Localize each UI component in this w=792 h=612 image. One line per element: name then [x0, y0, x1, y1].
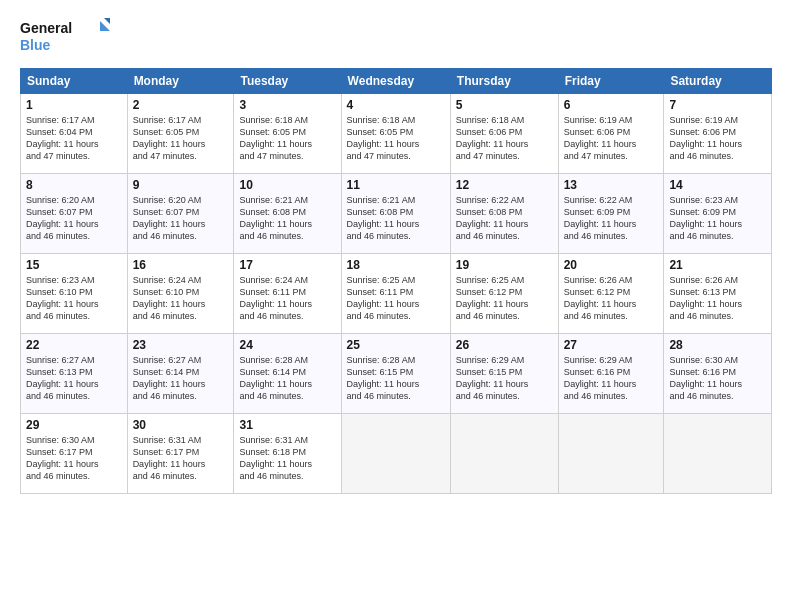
calendar-header-row: SundayMondayTuesdayWednesdayThursdayFrid… — [21, 69, 772, 94]
calendar-week-1: 1Sunrise: 6:17 AMSunset: 6:04 PMDaylight… — [21, 94, 772, 174]
day-number: 16 — [133, 258, 229, 272]
day-number: 28 — [669, 338, 766, 352]
calendar-header-thursday: Thursday — [450, 69, 558, 94]
calendar-header-monday: Monday — [127, 69, 234, 94]
cell-info: Sunrise: 6:20 AMSunset: 6:07 PMDaylight:… — [26, 195, 99, 241]
calendar-cell: 24Sunrise: 6:28 AMSunset: 6:14 PMDayligh… — [234, 334, 341, 414]
day-number: 1 — [26, 98, 122, 112]
day-number: 29 — [26, 418, 122, 432]
cell-info: Sunrise: 6:20 AMSunset: 6:07 PMDaylight:… — [133, 195, 206, 241]
day-number: 31 — [239, 418, 335, 432]
cell-info: Sunrise: 6:27 AMSunset: 6:14 PMDaylight:… — [133, 355, 206, 401]
calendar-cell: 1Sunrise: 6:17 AMSunset: 6:04 PMDaylight… — [21, 94, 128, 174]
page: General Blue SundayMondayTuesdayWednesda… — [0, 0, 792, 612]
cell-info: Sunrise: 6:21 AMSunset: 6:08 PMDaylight:… — [347, 195, 420, 241]
calendar-cell: 25Sunrise: 6:28 AMSunset: 6:15 PMDayligh… — [341, 334, 450, 414]
calendar-cell: 19Sunrise: 6:25 AMSunset: 6:12 PMDayligh… — [450, 254, 558, 334]
day-number: 8 — [26, 178, 122, 192]
day-number: 7 — [669, 98, 766, 112]
cell-info: Sunrise: 6:29 AMSunset: 6:15 PMDaylight:… — [456, 355, 529, 401]
day-number: 4 — [347, 98, 445, 112]
calendar-cell: 31Sunrise: 6:31 AMSunset: 6:18 PMDayligh… — [234, 414, 341, 494]
day-number: 10 — [239, 178, 335, 192]
calendar-cell: 12Sunrise: 6:22 AMSunset: 6:08 PMDayligh… — [450, 174, 558, 254]
day-number: 24 — [239, 338, 335, 352]
day-number: 15 — [26, 258, 122, 272]
cell-info: Sunrise: 6:25 AMSunset: 6:11 PMDaylight:… — [347, 275, 420, 321]
day-number: 19 — [456, 258, 553, 272]
cell-info: Sunrise: 6:30 AMSunset: 6:16 PMDaylight:… — [669, 355, 742, 401]
cell-info: Sunrise: 6:17 AMSunset: 6:04 PMDaylight:… — [26, 115, 99, 161]
calendar-cell — [450, 414, 558, 494]
calendar-cell — [341, 414, 450, 494]
cell-info: Sunrise: 6:28 AMSunset: 6:14 PMDaylight:… — [239, 355, 312, 401]
calendar-cell: 27Sunrise: 6:29 AMSunset: 6:16 PMDayligh… — [558, 334, 664, 414]
calendar-cell: 29Sunrise: 6:30 AMSunset: 6:17 PMDayligh… — [21, 414, 128, 494]
calendar-cell: 26Sunrise: 6:29 AMSunset: 6:15 PMDayligh… — [450, 334, 558, 414]
day-number: 11 — [347, 178, 445, 192]
day-number: 3 — [239, 98, 335, 112]
calendar-cell: 8Sunrise: 6:20 AMSunset: 6:07 PMDaylight… — [21, 174, 128, 254]
calendar-cell: 14Sunrise: 6:23 AMSunset: 6:09 PMDayligh… — [664, 174, 772, 254]
cell-info: Sunrise: 6:21 AMSunset: 6:08 PMDaylight:… — [239, 195, 312, 241]
calendar-cell: 9Sunrise: 6:20 AMSunset: 6:07 PMDaylight… — [127, 174, 234, 254]
cell-info: Sunrise: 6:19 AMSunset: 6:06 PMDaylight:… — [669, 115, 742, 161]
cell-info: Sunrise: 6:31 AMSunset: 6:18 PMDaylight:… — [239, 435, 312, 481]
calendar-cell: 20Sunrise: 6:26 AMSunset: 6:12 PMDayligh… — [558, 254, 664, 334]
cell-info: Sunrise: 6:27 AMSunset: 6:13 PMDaylight:… — [26, 355, 99, 401]
cell-info: Sunrise: 6:24 AMSunset: 6:10 PMDaylight:… — [133, 275, 206, 321]
day-number: 17 — [239, 258, 335, 272]
cell-info: Sunrise: 6:24 AMSunset: 6:11 PMDaylight:… — [239, 275, 312, 321]
day-number: 13 — [564, 178, 659, 192]
calendar-cell: 4Sunrise: 6:18 AMSunset: 6:05 PMDaylight… — [341, 94, 450, 174]
day-number: 14 — [669, 178, 766, 192]
calendar-cell: 16Sunrise: 6:24 AMSunset: 6:10 PMDayligh… — [127, 254, 234, 334]
day-number: 5 — [456, 98, 553, 112]
calendar-header-wednesday: Wednesday — [341, 69, 450, 94]
cell-info: Sunrise: 6:23 AMSunset: 6:09 PMDaylight:… — [669, 195, 742, 241]
day-number: 26 — [456, 338, 553, 352]
calendar-cell — [558, 414, 664, 494]
calendar-table: SundayMondayTuesdayWednesdayThursdayFrid… — [20, 68, 772, 494]
day-number: 9 — [133, 178, 229, 192]
cell-info: Sunrise: 6:17 AMSunset: 6:05 PMDaylight:… — [133, 115, 206, 161]
calendar-cell: 10Sunrise: 6:21 AMSunset: 6:08 PMDayligh… — [234, 174, 341, 254]
cell-info: Sunrise: 6:26 AMSunset: 6:12 PMDaylight:… — [564, 275, 637, 321]
cell-info: Sunrise: 6:23 AMSunset: 6:10 PMDaylight:… — [26, 275, 99, 321]
cell-info: Sunrise: 6:18 AMSunset: 6:05 PMDaylight:… — [239, 115, 312, 161]
day-number: 23 — [133, 338, 229, 352]
day-number: 30 — [133, 418, 229, 432]
day-number: 27 — [564, 338, 659, 352]
calendar-cell — [664, 414, 772, 494]
day-number: 18 — [347, 258, 445, 272]
cell-info: Sunrise: 6:30 AMSunset: 6:17 PMDaylight:… — [26, 435, 99, 481]
logo: General Blue — [20, 16, 110, 56]
svg-text:General: General — [20, 20, 72, 36]
calendar-cell: 18Sunrise: 6:25 AMSunset: 6:11 PMDayligh… — [341, 254, 450, 334]
calendar-week-2: 8Sunrise: 6:20 AMSunset: 6:07 PMDaylight… — [21, 174, 772, 254]
cell-info: Sunrise: 6:26 AMSunset: 6:13 PMDaylight:… — [669, 275, 742, 321]
cell-info: Sunrise: 6:31 AMSunset: 6:17 PMDaylight:… — [133, 435, 206, 481]
calendar-cell: 13Sunrise: 6:22 AMSunset: 6:09 PMDayligh… — [558, 174, 664, 254]
svg-text:Blue: Blue — [20, 37, 51, 53]
calendar-cell: 11Sunrise: 6:21 AMSunset: 6:08 PMDayligh… — [341, 174, 450, 254]
calendar-cell: 17Sunrise: 6:24 AMSunset: 6:11 PMDayligh… — [234, 254, 341, 334]
calendar-cell: 6Sunrise: 6:19 AMSunset: 6:06 PMDaylight… — [558, 94, 664, 174]
cell-info: Sunrise: 6:19 AMSunset: 6:06 PMDaylight:… — [564, 115, 637, 161]
day-number: 22 — [26, 338, 122, 352]
cell-info: Sunrise: 6:18 AMSunset: 6:06 PMDaylight:… — [456, 115, 529, 161]
cell-info: Sunrise: 6:29 AMSunset: 6:16 PMDaylight:… — [564, 355, 637, 401]
calendar-cell: 2Sunrise: 6:17 AMSunset: 6:05 PMDaylight… — [127, 94, 234, 174]
calendar-header-tuesday: Tuesday — [234, 69, 341, 94]
cell-info: Sunrise: 6:22 AMSunset: 6:08 PMDaylight:… — [456, 195, 529, 241]
calendar-cell: 7Sunrise: 6:19 AMSunset: 6:06 PMDaylight… — [664, 94, 772, 174]
calendar-week-5: 29Sunrise: 6:30 AMSunset: 6:17 PMDayligh… — [21, 414, 772, 494]
logo-svg: General Blue — [20, 16, 110, 56]
day-number: 12 — [456, 178, 553, 192]
calendar-cell: 5Sunrise: 6:18 AMSunset: 6:06 PMDaylight… — [450, 94, 558, 174]
calendar-cell: 23Sunrise: 6:27 AMSunset: 6:14 PMDayligh… — [127, 334, 234, 414]
day-number: 6 — [564, 98, 659, 112]
cell-info: Sunrise: 6:22 AMSunset: 6:09 PMDaylight:… — [564, 195, 637, 241]
calendar-header-saturday: Saturday — [664, 69, 772, 94]
cell-info: Sunrise: 6:28 AMSunset: 6:15 PMDaylight:… — [347, 355, 420, 401]
